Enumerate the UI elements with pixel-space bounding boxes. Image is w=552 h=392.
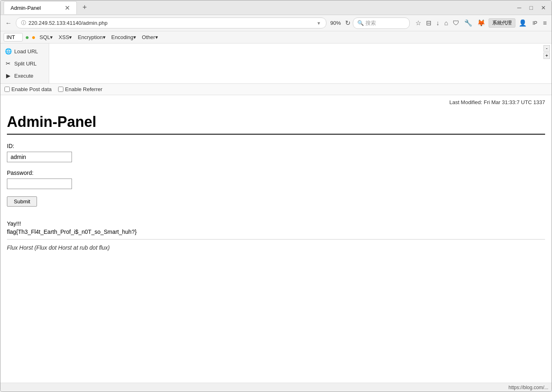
- page-title: Admin-Panel: [7, 109, 545, 135]
- shield-icon[interactable]: 🛡: [451, 19, 461, 28]
- execute-icon: ▶: [4, 72, 12, 79]
- url-text: 220.249.52.133:41140/admin.php: [28, 20, 314, 26]
- enable-referrer-checkbox[interactable]: [58, 87, 63, 92]
- ip-button[interactable]: IP: [530, 20, 539, 27]
- page-content: Last Modified: Fri Mar 31:33:7 UTC 1337 …: [0, 95, 552, 383]
- enable-referrer-label[interactable]: Enable Referrer: [58, 86, 102, 92]
- id-label: ID:: [7, 143, 545, 149]
- sys-proxy-button[interactable]: 系統代理: [489, 18, 515, 28]
- browser-toolbar-icons: ☆ ⊟ ↓ ⌂ 🛡 🔧 🦊 系統代理 👤 IP ≡: [414, 18, 548, 28]
- tab-close-button[interactable]: ✕: [65, 4, 70, 12]
- window-controls: ─ □ ✕: [515, 4, 548, 11]
- split-url-item[interactable]: ✂ Split URL: [0, 57, 49, 70]
- menu-icon[interactable]: ≡: [541, 19, 548, 28]
- dropdown-icon[interactable]: ▼: [317, 21, 321, 26]
- enable-post-label[interactable]: Enable Post data: [4, 86, 52, 92]
- star-icon[interactable]: ☆: [414, 18, 423, 28]
- url-textarea[interactable]: [49, 44, 552, 74]
- refresh-button[interactable]: ↻: [345, 19, 350, 27]
- green-dot: ●: [25, 34, 29, 41]
- search-field[interactable]: 🔍 搜索: [353, 17, 410, 29]
- flag-section: Yay!!! flag{Th3_Fl4t_Earth_Prof_i$_n0T_s…: [7, 220, 545, 240]
- password-form-group: Password:: [7, 170, 545, 189]
- search-icon: 🔍: [357, 20, 364, 26]
- load-url-icon: 🌐: [4, 48, 12, 55]
- status-bar: https://blog.com/...: [0, 383, 552, 392]
- new-tab-button[interactable]: +: [80, 3, 89, 12]
- enable-post-checkbox[interactable]: [4, 87, 10, 92]
- split-url-label: Split URL: [14, 61, 37, 67]
- url-textarea-wrapper: - +: [49, 44, 552, 83]
- tab-title: Admin-Panel: [11, 5, 41, 11]
- password-input[interactable]: [7, 179, 72, 189]
- close-button[interactable]: ✕: [539, 4, 548, 11]
- textarea-controls: - +: [543, 45, 550, 59]
- id-input[interactable]: [7, 152, 72, 162]
- encoding-menu[interactable]: Encoding▾: [110, 33, 138, 41]
- execute-item[interactable]: ▶ Execute: [0, 70, 49, 82]
- minimize-button[interactable]: ─: [515, 4, 524, 11]
- other-menu[interactable]: Other▾: [140, 33, 160, 41]
- extensions-icon[interactable]: 🔧: [463, 18, 474, 28]
- sidebar-actions: 🌐 Load URL ✂ Split URL ▶ Execute: [0, 44, 49, 83]
- submit-button[interactable]: Submit: [7, 196, 37, 207]
- status-url: https://blog.com/...: [509, 385, 548, 390]
- active-tab[interactable]: Admin-Panel ✕: [4, 1, 77, 14]
- orange-dot: ●: [32, 34, 36, 41]
- textarea-plus-button[interactable]: +: [543, 52, 550, 59]
- tab-bar: Admin-Panel ✕ +: [4, 1, 512, 14]
- last-modified: Last Modified: Fri Mar 31:33:7 UTC 1337: [7, 95, 545, 109]
- execute-label: Execute: [14, 73, 33, 79]
- id-form-group: ID:: [7, 143, 545, 162]
- back-button[interactable]: ←: [4, 18, 13, 28]
- fire-icon[interactable]: 🦊: [476, 18, 487, 28]
- info-icon: ⓘ: [21, 20, 26, 26]
- textarea-minus-button[interactable]: -: [543, 45, 550, 52]
- download-icon[interactable]: ↓: [435, 19, 441, 28]
- post-referrer-bar: Enable Post data Enable Referrer: [0, 84, 552, 95]
- bookmark-icon[interactable]: ⊟: [424, 18, 433, 28]
- encryption-menu[interactable]: Encryption▾: [76, 33, 107, 41]
- password-label: Password:: [7, 170, 545, 176]
- sql-menu[interactable]: SQL▾: [38, 33, 54, 41]
- footer-credit: Flux Horst (Flux dot Horst at rub dot fl…: [7, 244, 545, 251]
- search-placeholder: 搜索: [365, 20, 376, 27]
- load-url-item[interactable]: 🌐 Load URL: [0, 45, 49, 57]
- maximize-button[interactable]: □: [527, 4, 535, 11]
- split-url-icon: ✂: [4, 60, 12, 67]
- avatar-icon[interactable]: 👤: [517, 18, 528, 28]
- hackbar-toolbar: INT ● ● SQL▾ XSS▾ Encryption▾ Encoding▾ …: [0, 31, 552, 44]
- int-select[interactable]: INT: [4, 33, 23, 41]
- load-url-label: Load URL: [14, 48, 38, 54]
- hackbar-main: 🌐 Load URL ✂ Split URL ▶ Execute - +: [0, 44, 552, 84]
- title-bar: Admin-Panel ✕ + ─ □ ✕: [0, 0, 552, 15]
- yay-text: Yay!!!: [7, 220, 545, 227]
- zoom-level: 90%: [329, 20, 343, 26]
- address-field[interactable]: ⓘ 220.249.52.133:41140/admin.php ▼: [16, 17, 326, 28]
- address-bar: ← ⓘ 220.249.52.133:41140/admin.php ▼ 90%…: [0, 15, 552, 31]
- flag-text: flag{Th3_Fl4t_Earth_Prof_i$_n0T_so_Smart…: [7, 229, 545, 235]
- home-icon[interactable]: ⌂: [443, 19, 450, 28]
- xss-menu[interactable]: XSS▾: [57, 33, 74, 41]
